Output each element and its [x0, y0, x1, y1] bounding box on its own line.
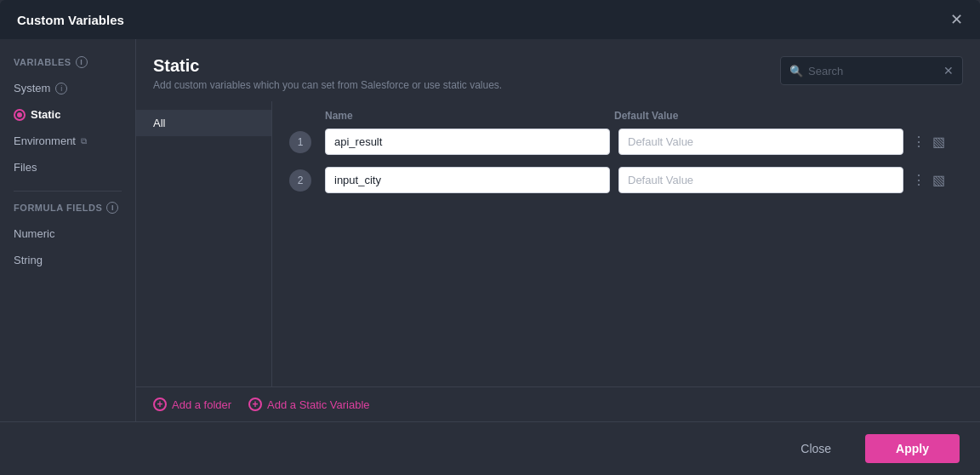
variable-row-1: 1 ⋮ ▧	[289, 129, 963, 155]
variable-actions-2: ⋮ ▧	[912, 172, 963, 188]
sidebar-item-string-label: String	[14, 254, 43, 266]
add-folder-label: Add a folder	[172, 398, 231, 411]
formula-section-label: FORMULA FIELDS i	[0, 202, 135, 220]
col-header-default: Default Value	[614, 110, 895, 122]
sidebar-item-environment[interactable]: Environment ⧉	[0, 128, 135, 154]
sidebar: VARIABLES i System i Static Environment …	[0, 39, 136, 421]
variable-default-input-2[interactable]	[618, 167, 903, 193]
variable-name-input-2[interactable]	[325, 167, 610, 193]
active-indicator	[14, 109, 26, 121]
add-variable-icon: +	[248, 398, 262, 411]
sidebar-item-system-label: System	[14, 82, 50, 94]
apply-button[interactable]: Apply	[865, 434, 960, 463]
col-header-name: Name	[325, 110, 606, 122]
search-box: 🔍 ✕	[780, 56, 963, 85]
row-number-1: 1	[289, 131, 311, 153]
sidebar-item-numeric-label: Numeric	[14, 227, 54, 240]
sidebar-item-files-label: Files	[14, 161, 37, 174]
add-folder-link[interactable]: + Add a folder	[153, 398, 231, 411]
system-info-icon[interactable]: i	[55, 83, 67, 94]
variables-section-label: VARIABLES i	[0, 56, 135, 75]
sidebar-item-numeric[interactable]: Numeric	[0, 220, 135, 247]
sidebar-divider	[14, 191, 122, 192]
custom-variables-modal: Custom Variables ✕ VARIABLES i System i …	[0, 0, 980, 475]
sidebar-item-static-label: Static	[31, 108, 60, 121]
formula-info-icon[interactable]: i	[106, 202, 118, 214]
variable-row-2: 2 ⋮ ▧	[289, 167, 963, 193]
modal-footer: Close Apply	[0, 421, 980, 475]
content-header: Static Add custom variables which you ca…	[136, 39, 980, 101]
content-subtitle: Add custom variables which you can set f…	[153, 79, 502, 91]
sidebar-item-string[interactable]: String	[0, 247, 135, 273]
sidebar-item-environment-label: Environment	[14, 134, 76, 147]
search-input[interactable]	[808, 65, 938, 77]
search-icon: 🔍	[789, 65, 803, 77]
add-variable-link[interactable]: + Add a Static Variable	[248, 398, 369, 411]
comment-icon-2[interactable]: ▧	[932, 172, 945, 188]
more-options-icon-2[interactable]: ⋮	[912, 172, 926, 188]
add-variable-label: Add a Static Variable	[267, 398, 369, 411]
add-row: + Add a folder + Add a Static Variable	[136, 386, 980, 421]
variable-name-input-1[interactable]	[325, 129, 610, 155]
external-link-icon: ⧉	[81, 136, 87, 146]
search-clear-icon[interactable]: ✕	[943, 64, 954, 77]
add-folder-icon: +	[153, 398, 167, 411]
close-button[interactable]: Close	[777, 434, 855, 463]
sidebar-item-system[interactable]: System i	[0, 75, 135, 101]
modal-body: VARIABLES i System i Static Environment …	[0, 39, 980, 421]
main-content: Static Add custom variables which you ca…	[136, 39, 980, 421]
folder-column: All	[136, 101, 272, 386]
content-title: Static	[153, 56, 502, 76]
content-title-block: Static Add custom variables which you ca…	[153, 56, 502, 91]
variable-default-input-1[interactable]	[618, 129, 903, 155]
row-number-2: 2	[289, 169, 311, 192]
variables-header: Name Default Value	[289, 110, 963, 129]
table-area: All Name Default Value 1	[136, 101, 980, 386]
sidebar-item-files[interactable]: Files	[0, 154, 135, 180]
more-options-icon-1[interactable]: ⋮	[912, 134, 926, 150]
variable-actions-1: ⋮ ▧	[912, 134, 963, 150]
sidebar-item-static[interactable]: Static	[0, 101, 135, 128]
close-icon[interactable]: ✕	[950, 12, 963, 27]
variables-info-icon[interactable]: i	[76, 56, 88, 68]
modal-header: Custom Variables ✕	[0, 0, 980, 39]
folder-item-all[interactable]: All	[136, 110, 271, 136]
modal-title: Custom Variables	[17, 13, 124, 27]
variables-column: Name Default Value 1 ⋮ ▧	[272, 101, 980, 386]
comment-icon-1[interactable]: ▧	[932, 134, 945, 150]
